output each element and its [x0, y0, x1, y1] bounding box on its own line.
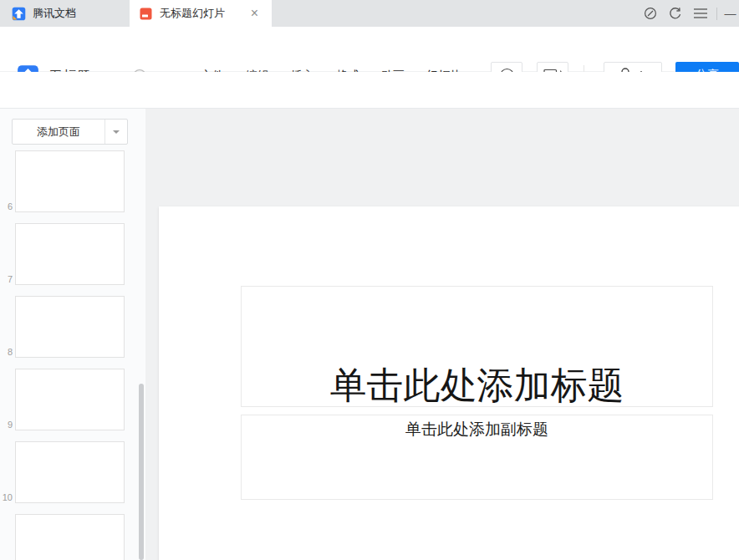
- tab-home[interactable]: 腾讯文档: [0, 0, 76, 27]
- doc-tab-label: 无标题幻灯片: [160, 6, 247, 21]
- slide-number: 7: [0, 274, 13, 284]
- subtitle-placeholder-box[interactable]: 单击此处添加副标题: [241, 415, 713, 500]
- tab-document-active[interactable]: 无标题幻灯片 ×: [130, 0, 272, 27]
- close-icon[interactable]: ×: [247, 5, 262, 22]
- slide-number: 10: [0, 492, 13, 502]
- sidebar-scrollbar[interactable]: [139, 384, 144, 560]
- toolbar: A: [0, 72, 739, 109]
- add-page-button[interactable]: 添加页面: [12, 119, 128, 145]
- add-page-label: 添加页面: [13, 120, 104, 144]
- editing-canvas: 单击此处添加标题 单击此处添加副标题: [145, 109, 739, 560]
- slide-panel-sidebar: 添加页面 6 7 8 9 10: [0, 109, 145, 560]
- top-tab-bar: 腾讯文档 无标题幻灯片 × —: [0, 0, 739, 27]
- divider: [716, 8, 717, 20]
- slide-number: 9: [0, 420, 13, 430]
- refresh-icon[interactable]: [663, 0, 688, 27]
- slide-thumbnail-10[interactable]: [15, 441, 125, 503]
- add-page-dropdown-caret-icon[interactable]: [104, 120, 127, 144]
- tencent-docs-logo-icon: [12, 7, 26, 21]
- slide-thumbnail-11[interactable]: [15, 514, 125, 560]
- slide-number: 6: [0, 201, 13, 211]
- slide-file-icon: [140, 8, 152, 20]
- title-placeholder-box[interactable]: 单击此处添加标题: [241, 286, 713, 407]
- slide-thumbnail-8[interactable]: [15, 296, 125, 358]
- home-tab-label: 腾讯文档: [33, 6, 76, 21]
- minimize-icon[interactable]: —: [721, 0, 739, 27]
- slide-thumbnail-7[interactable]: [15, 223, 125, 285]
- slide-thumbnail-9[interactable]: [15, 369, 125, 430]
- slide-thumbnail-6[interactable]: [15, 150, 125, 212]
- window-controls: —: [638, 0, 739, 27]
- subtitle-placeholder-text: 单击此处添加副标题: [405, 419, 548, 440]
- title-placeholder-text: 单击此处添加标题: [330, 366, 624, 406]
- feedback-icon[interactable]: [638, 0, 663, 27]
- menu-hamburger-icon[interactable]: [688, 0, 713, 27]
- slide-number: 8: [0, 347, 13, 357]
- app-header: ‹ 无标题... 文件 编辑 插入 格式 动画 幻灯片: [0, 27, 739, 72]
- current-slide[interactable]: 单击此处添加标题 单击此处添加副标题: [159, 206, 739, 560]
